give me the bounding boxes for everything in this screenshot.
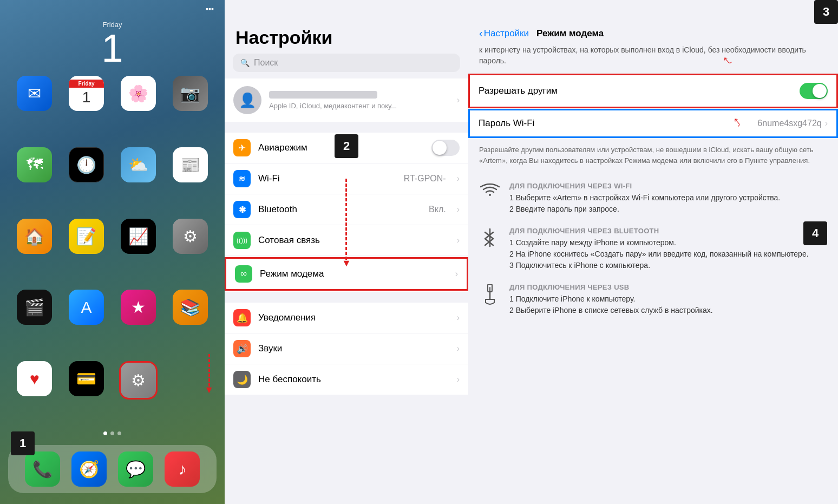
app-appstore[interactable]: A [66, 290, 108, 351]
wifi-step-2: 2 Введите пароль при запросе. [509, 204, 827, 215]
bt-connection-content: ДЛЯ ПОДКЛЮЧЕНИЯ ЧЕРЕЗ BLUETOOTH 1 Создай… [509, 227, 827, 271]
allow-row[interactable]: Разрешать другим [470, 75, 836, 107]
account-avatar: 👤 [233, 86, 261, 114]
row-donotdisturb-label: Не беспокоить [258, 374, 449, 385]
wifi-password-label: Пароль Wi-Fi [479, 118, 757, 129]
settings-group-2: 🔔 Уведомления › 🔊 Звуки › 🌙 Не беспокоит… [225, 303, 468, 395]
usb-connection-title: ДЛЯ ПОДКЛЮЧЕНИЯ ЧЕРЕЗ USB [509, 283, 827, 291]
account-sub: Apple ID, iCloud, медиаконтент и поку... [269, 102, 449, 110]
row-notifications-label: Уведомления [258, 312, 449, 323]
wifi-chevron: › [457, 174, 460, 184]
allow-label: Разрешать другим [479, 86, 792, 96]
account-chevron: › [457, 95, 460, 105]
usb-step-1: 1 Подключите iPhone к компьютеру. [509, 293, 827, 305]
settings-panel: Настройки 🔍 Поиск 👤 Apple ID, iCloud, ме… [225, 0, 468, 504]
app-mail[interactable]: ✉ [14, 76, 56, 138]
photos-icon: 🌸 [121, 76, 156, 111]
step-4-badge: 4 [803, 221, 827, 245]
messages-icon: 💬 [118, 451, 153, 487]
wifi-row-icon: ≋ [233, 170, 251, 187]
app-settings-alt[interactable]: ⚙ [169, 219, 211, 280]
row-wifi-label: Wi-Fi [258, 173, 396, 184]
app-news[interactable]: 📰 [169, 147, 211, 209]
app-itunes[interactable]: ★ [117, 290, 160, 351]
clapper-icon: 🎬 [17, 290, 52, 325]
row-bluetooth-label-text: Bluetooth [258, 204, 421, 215]
bt-step-3: 3 Подключитесь к iPhone с компьютера. [509, 260, 827, 271]
cellular-icon: (())) [233, 232, 251, 249]
modem-top-description: к интернету на устройствах, на которых в… [468, 45, 838, 74]
bt-connection-icon [479, 228, 501, 247]
app-stocks[interactable]: 📈 [117, 219, 160, 280]
row-bluetooth-value: Вкл. [429, 205, 446, 214]
back-label: Настройки [484, 28, 529, 39]
notifications-chevron: › [457, 313, 460, 323]
dock-music[interactable]: ♪ [165, 451, 200, 487]
app-health[interactable]: ♥ [14, 361, 56, 426]
app-camera[interactable]: 📷 [169, 76, 211, 138]
wifi-password-chevron: › [825, 119, 828, 128]
dock-messages[interactable]: 💬 [118, 451, 153, 487]
donotdisturb-chevron: › [457, 375, 460, 384]
app-notes[interactable]: 📝 [66, 219, 108, 280]
app-clock[interactable]: 🕛 [66, 147, 108, 209]
app-settings[interactable]: ⚙ [117, 361, 160, 426]
notes-icon: 📝 [69, 219, 104, 254]
dock-phone[interactable]: 📞 [25, 451, 60, 487]
airplane-toggle[interactable] [431, 140, 460, 156]
modem-info-text: Разрешайте другим пользователям или устр… [468, 138, 838, 176]
dot-1 [103, 431, 107, 435]
search-bar[interactable]: 🔍 Поиск [233, 54, 460, 72]
safari-icon: 🧭 [71, 451, 107, 487]
sounds-icon: 🔊 [233, 340, 251, 357]
connection-instructions: ДЛЯ ПОДКЛЮЧЕНИЯ ЧЕРЕЗ WI-FI 1 Выберите «… [468, 176, 838, 333]
allow-row-container: Разрешать другим [468, 74, 838, 108]
app-photos[interactable]: 🌸 [117, 76, 160, 138]
row-donotdisturb[interactable]: 🌙 Не беспокоить › [225, 364, 468, 395]
wifi-connection-title: ДЛЯ ПОДКЛЮЧЕНИЯ ЧЕРЕЗ WI-FI [509, 182, 827, 190]
bt-instructions: ДЛЯ ПОДКЛЮЧЕНИЯ ЧЕРЕЗ BLUETOOTH 1 Создай… [479, 227, 827, 271]
row-notifications[interactable]: 🔔 Уведомления › [225, 303, 468, 333]
allow-toggle[interactable] [800, 83, 828, 99]
music-icon: ♪ [165, 451, 200, 487]
app-wallet[interactable]: 💳 [66, 361, 108, 426]
bt-connection-title: ДЛЯ ПОДКЛЮЧЕНИЯ ЧЕРЕЗ BLUETOOTH [509, 227, 827, 235]
wifi-instructions: ДЛЯ ПОДКЛЮЧЕНИЯ ЧЕРЕЗ WI-FI 1 Выберите «… [479, 182, 827, 215]
news-icon: 📰 [173, 147, 208, 182]
settings-icon: ⚙ [119, 361, 158, 400]
app-clapper[interactable]: 🎬 [14, 290, 56, 351]
wifi-password-row[interactable]: Пароль Wi-Fi 6nume4sxg472q › [470, 110, 836, 136]
date-num: 1 [0, 29, 225, 68]
app-weather[interactable]: ⛅ [117, 147, 160, 209]
mail-icon: ✉ [17, 76, 52, 111]
row-wifi-value: RT-GPON- [404, 174, 446, 184]
dot-2 [110, 431, 114, 435]
wifi-row-container: Пароль Wi-Fi 6nume4sxg472q › [468, 109, 838, 138]
row-sounds[interactable]: 🔊 Звуки › [225, 333, 468, 364]
wifi-connection-icon [479, 183, 501, 198]
weather-icon: ⛅ [121, 147, 156, 182]
usb-instructions: ДЛЯ ПОДКЛЮЧЕНИЯ ЧЕРЕЗ USB 1 Подключите i… [479, 283, 827, 316]
settings-title: Настройки [225, 0, 468, 54]
app-calendar[interactable]: Friday 1 [66, 76, 108, 138]
step-2-badge: 2 [335, 134, 358, 158]
bluetooth-chevron: › [457, 205, 460, 214]
account-row[interactable]: 👤 Apple ID, iCloud, медиаконтент и поку.… [225, 78, 468, 122]
dock-safari[interactable]: 🧭 [71, 451, 107, 487]
arrow-1: ▼ [204, 354, 214, 396]
modem-panel: 3 ‹ Настройки Режим модема к интернету н… [468, 0, 838, 504]
stocks-icon: 📈 [121, 219, 156, 254]
back-button[interactable]: ‹ Настройки [479, 27, 529, 40]
donotdisturb-icon: 🌙 [233, 371, 251, 388]
row-modem-label: Режим модема [260, 269, 448, 279]
camera-icon: 📷 [173, 76, 208, 111]
airplane-icon: ✈ [233, 139, 251, 156]
date-day: Friday [0, 21, 225, 29]
appstore-icon: A [69, 290, 104, 325]
settings-alt-icon: ⚙ [173, 219, 208, 254]
app-books[interactable]: 📚 [169, 290, 211, 351]
app-home[interactable]: 🏠 [14, 219, 56, 280]
wifi-password-value: 6nume4sxg472q [757, 119, 821, 128]
search-icon: 🔍 [240, 58, 250, 67]
app-maps[interactable]: 🗺 [14, 147, 56, 209]
